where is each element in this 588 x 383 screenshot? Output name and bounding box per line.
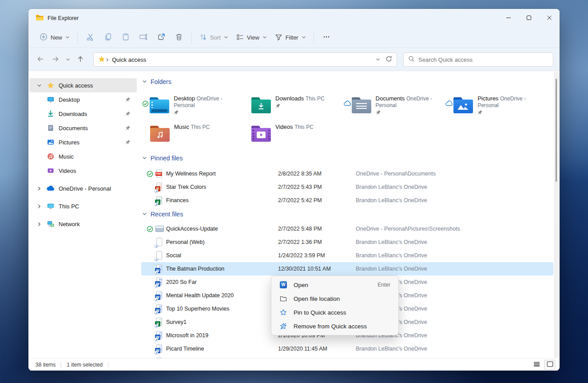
file-row[interactable]: ↗ Personal (Web) 2/7/2022 1:36 PM Brando… <box>141 235 553 249</box>
onedrive-icon <box>46 186 55 191</box>
folder-tile[interactable]: Pictures OneDrive - Personal <box>445 92 546 119</box>
thumbnails-view-icon <box>547 361 553 368</box>
music-icon <box>46 153 55 160</box>
maximize-icon <box>526 15 532 22</box>
up-button[interactable] <box>73 52 88 67</box>
trash-icon <box>175 33 183 42</box>
videos-icon <box>46 167 55 174</box>
downloads-icon <box>46 110 55 117</box>
file-name: Survey1 <box>166 319 278 325</box>
large-thumbnails-view-button[interactable] <box>544 360 555 370</box>
recent-locations-button[interactable] <box>63 52 73 67</box>
sidebar-item[interactable]: Desktop <box>29 92 137 107</box>
file-name: QuickAccess-Update <box>166 226 278 232</box>
word-file-icon: W↗ <box>155 264 166 274</box>
view-button[interactable]: View <box>232 31 271 45</box>
file-name: Personal (Web) <box>166 239 278 245</box>
synced-icon <box>141 94 150 119</box>
word-logo-icon: W <box>279 281 287 288</box>
chevron-down-icon <box>262 34 267 41</box>
sidebar-item[interactable]: OneDrive - Personal <box>29 181 137 195</box>
folder-tile[interactable]: Downloads This PC <box>242 92 344 119</box>
file-location: Brandon LeBlanc's OneDrive <box>356 197 553 203</box>
back-button[interactable] <box>33 52 48 67</box>
folder-name: Videos <box>275 124 293 130</box>
file-row[interactable]: PDF My Wellness Report 2/8/2022 8:35 AM … <box>141 167 553 180</box>
chevron-right-icon[interactable] <box>36 204 43 209</box>
search-box[interactable] <box>403 52 553 67</box>
chevron-right-icon[interactable] <box>105 56 109 63</box>
sidebar-item[interactable]: Quick access <box>29 78 137 92</box>
scrollbar[interactable] <box>554 72 559 358</box>
minimize-button[interactable] <box>498 9 519 28</box>
address-dropdown-icon[interactable] <box>376 56 380 63</box>
sidebar-item[interactable]: Documents <box>29 121 137 135</box>
toolbar-divider <box>314 33 314 43</box>
address-bar[interactable]: Quick access <box>93 52 397 67</box>
context-menu-item[interactable]: Pin to Quick access <box>273 306 397 319</box>
context-menu-item[interactable]: Open file location <box>273 292 397 305</box>
pin-icon <box>125 111 131 116</box>
folder-location: This PC <box>191 124 210 130</box>
sidebar-item[interactable]: Videos <box>29 164 137 178</box>
synced-icon <box>145 171 155 177</box>
context-menu-item[interactable]: Remove from Quick access <box>273 319 397 333</box>
cloud-icon <box>344 94 352 119</box>
file-row[interactable]: ↗ Social 1/24/2022 3:59 PM Brandon LeBla… <box>141 249 553 262</box>
delete-button[interactable] <box>170 30 188 45</box>
pdf-file-icon: PDF <box>155 169 166 179</box>
section-header-folders[interactable]: Folders <box>142 77 553 86</box>
refresh-icon[interactable] <box>385 56 392 64</box>
filter-button[interactable]: Filter <box>271 31 310 45</box>
chevron-down-icon[interactable] <box>142 211 147 218</box>
file-date: 2/7/2022 5:43 PM <box>278 184 356 190</box>
sidebar-item[interactable]: Pictures <box>29 135 137 149</box>
chevron-down-icon <box>302 34 306 41</box>
sidebar-item[interactable]: Downloads <box>29 107 137 121</box>
sidebar-item[interactable]: This PC <box>29 199 137 213</box>
word-file-icon: W↗ <box>155 278 166 287</box>
synced-icon <box>145 226 155 232</box>
new-button[interactable]: New <box>36 30 74 45</box>
folder-name: Documents <box>376 95 405 102</box>
chevron-down-icon[interactable] <box>142 155 147 162</box>
file-row[interactable]: W↗ The Batman Production 12/30/2021 10:5… <box>141 262 553 275</box>
section-header-recent-files[interactable]: Recent files <box>142 210 553 219</box>
details-view-button[interactable] <box>531 360 542 370</box>
paste-button[interactable] <box>117 30 135 45</box>
file-row[interactable]: QuickAccess-Update 2/7/2022 5:48 PM OneD… <box>141 222 553 235</box>
chevron-right-icon[interactable] <box>36 222 43 227</box>
file-row[interactable]: X↗ Finances 2/7/2022 5:42 PM Brandon LeB… <box>141 194 553 207</box>
folder-tile[interactable]: Music This PC <box>141 120 242 148</box>
share-button[interactable] <box>152 30 170 45</box>
section-header-pinned-files[interactable]: Pinned files <box>142 154 553 163</box>
search-input[interactable] <box>418 56 548 63</box>
context-menu-item[interactable]: W Open Enter <box>273 278 397 291</box>
sidebar-item[interactable]: Music <box>29 149 137 164</box>
forward-button[interactable] <box>48 52 63 67</box>
scrollbar-thumb[interactable] <box>556 79 557 182</box>
folder-pictures-icon <box>453 96 473 119</box>
chevron-down-icon[interactable] <box>36 83 43 88</box>
sort-button[interactable]: Sort <box>195 31 232 45</box>
chevron-down-icon[interactable] <box>142 78 147 85</box>
unpin-star-icon <box>279 323 287 330</box>
copy-button[interactable] <box>99 30 117 45</box>
file-row[interactable]: W↗ Picard Timeline 1/29/2020 11:45 AM Br… <box>141 342 553 355</box>
close-button[interactable] <box>539 9 560 28</box>
more-options-button[interactable] <box>318 30 335 45</box>
file-location: OneDrive - Personal\Documents <box>356 171 553 177</box>
breadcrumb[interactable]: Quick access <box>112 56 146 63</box>
file-row[interactable]: P↗ Star Trek Colors 2/7/2022 5:43 PM Bra… <box>141 180 553 194</box>
rename-button[interactable] <box>135 30 152 45</box>
folder-tile[interactable]: Desktop OneDrive - Personal <box>141 92 242 119</box>
folder-tile[interactable]: Documents OneDrive - Personal <box>344 92 445 119</box>
ppt-file-icon: P↗ <box>155 183 166 192</box>
cut-button[interactable] <box>81 30 99 45</box>
folder-tile[interactable]: Videos This PC <box>242 120 344 148</box>
sidebar-item[interactable]: Network <box>29 217 137 231</box>
maximize-button[interactable] <box>519 9 539 28</box>
chevron-right-icon[interactable] <box>36 186 43 191</box>
details-view-icon <box>533 361 540 368</box>
file-date: 2/7/2022 5:42 PM <box>278 197 356 203</box>
